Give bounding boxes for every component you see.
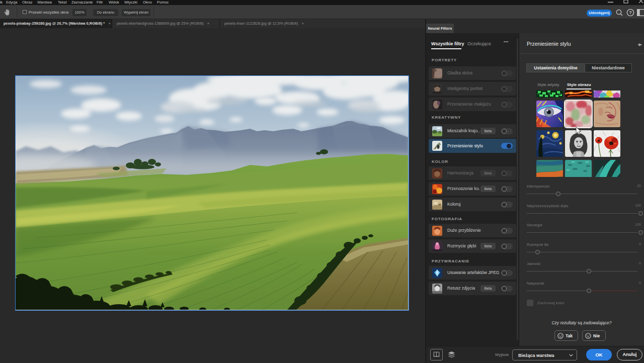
svg-text:?: ?: [629, 10, 632, 15]
